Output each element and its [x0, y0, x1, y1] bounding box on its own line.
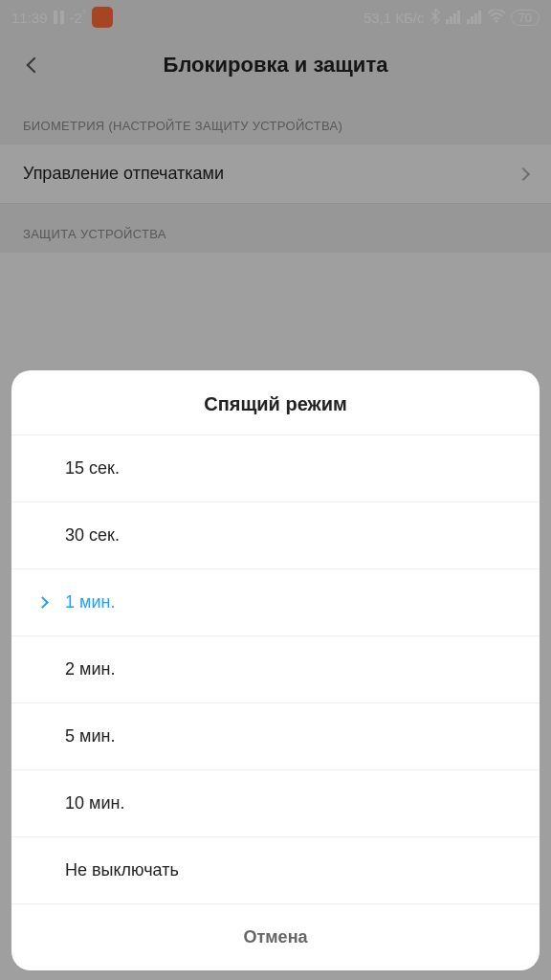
sleep-mode-dialog: Спящий режим 15 сек. 30 сек. 1 мин. 2 ми…: [11, 370, 540, 970]
option-30sec[interactable]: 30 сек.: [11, 502, 540, 569]
check-icon: [36, 596, 49, 609]
option-5min[interactable]: 5 мин.: [11, 703, 540, 770]
option-never[interactable]: Не выключать: [11, 837, 540, 904]
option-1min[interactable]: 1 мин.: [11, 569, 540, 636]
option-10min[interactable]: 10 мин.: [11, 770, 540, 837]
dialog-title: Спящий режим: [11, 370, 540, 434]
option-list: 15 сек. 30 сек. 1 мин. 2 мин. 5 мин. 10 …: [11, 434, 540, 904]
option-15sec[interactable]: 15 сек.: [11, 434, 540, 502]
option-2min[interactable]: 2 мин.: [11, 636, 540, 703]
cancel-button[interactable]: Отмена: [11, 904, 540, 970]
